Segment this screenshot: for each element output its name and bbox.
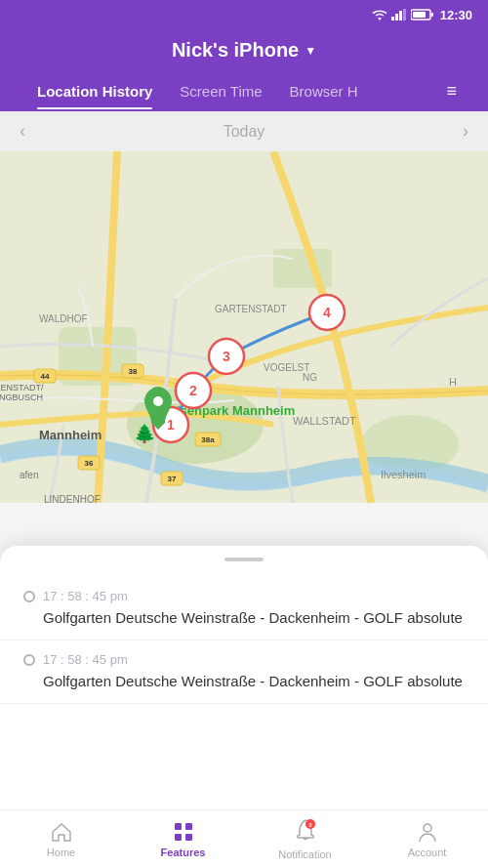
nav-notification[interactable]: 3 Notification	[244, 810, 366, 868]
history-item: 17 : 58 : 45 pm Golfgarten Deutsche Wein…	[0, 641, 488, 704]
history-location-1: Golfgarten Deutsche Weinstraße - Dackenh…	[23, 607, 465, 628]
svg-text:NG: NG	[303, 372, 317, 383]
svg-rect-4	[403, 9, 406, 21]
svg-text:38a: 38a	[201, 435, 215, 444]
svg-text:38: 38	[129, 367, 138, 376]
tab-screen-time[interactable]: Screen Time	[166, 73, 275, 109]
svg-rect-1	[391, 17, 394, 21]
svg-rect-47	[185, 823, 192, 830]
signal-icon	[391, 9, 407, 21]
nav-features[interactable]: Features	[122, 810, 244, 868]
time-dot-icon	[23, 591, 35, 602]
nav-tabs: Location History Screen Time Browser H ≡	[16, 71, 472, 111]
features-icon	[172, 820, 195, 844]
tab-browser-h[interactable]: Browser H	[276, 73, 372, 109]
svg-text:LINDENHOF: LINDENHOF	[44, 494, 101, 503]
nav-features-label: Features	[161, 847, 206, 858]
svg-text:WALLSTADT: WALLSTADT	[293, 415, 356, 427]
svg-text:JUNGBUSCH: JUNGBUSCH	[0, 393, 43, 402]
svg-text:Ilvesheim: Ilvesheim	[381, 469, 426, 480]
bottom-sheet: 17 : 58 : 45 pm Golfgarten Deutsche Wein…	[0, 546, 488, 809]
svg-text:2: 2	[189, 383, 197, 398]
nav-account[interactable]: Account	[366, 810, 488, 868]
svg-text:H: H	[449, 376, 457, 388]
nav-account-label: Account	[408, 847, 447, 858]
time-dot-icon	[23, 654, 35, 666]
svg-text:Mannheim: Mannheim	[39, 428, 102, 442]
svg-rect-2	[395, 14, 398, 21]
wifi-icon	[372, 9, 387, 21]
svg-text:GARTENSTADT: GARTENSTADT	[215, 304, 287, 314]
map-svg: 44 38 38a 36 37 WALDHOF NNENSTADT/ JUNGB…	[0, 151, 488, 503]
next-date-button[interactable]: ›	[463, 121, 468, 142]
date-navigator: ‹ Today ›	[0, 111, 488, 151]
svg-rect-49	[185, 834, 192, 841]
drag-handle	[224, 558, 264, 561]
svg-rect-11	[273, 249, 332, 288]
status-bar: 12:30	[0, 0, 488, 29]
svg-point-45	[153, 396, 163, 406]
svg-point-52	[424, 824, 431, 832]
tab-location-history[interactable]: Location History	[23, 73, 166, 109]
account-icon	[416, 820, 439, 844]
device-title[interactable]: Nick's iPhone ▼	[16, 39, 472, 71]
home-icon	[50, 820, 73, 844]
svg-text:3: 3	[223, 349, 230, 364]
svg-marker-0	[378, 18, 382, 21]
nav-notification-label: Notification	[278, 848, 331, 860]
svg-text:44: 44	[41, 372, 50, 381]
svg-text:4: 4	[323, 305, 331, 320]
svg-text:afen: afen	[20, 470, 38, 480]
nav-home[interactable]: Home	[0, 810, 122, 868]
svg-text:36: 36	[85, 459, 94, 468]
chevron-down-icon: ▼	[305, 44, 316, 58]
prev-date-button[interactable]: ‹	[20, 121, 25, 142]
status-time: 12:30	[440, 8, 472, 22]
bottom-navigation: Home Features 3 Notification Account	[0, 809, 488, 868]
history-time-2: 17 : 58 : 45 pm	[23, 652, 465, 667]
map-container[interactable]: 44 38 38a 36 37 WALDHOF NNENSTADT/ JUNGB…	[0, 151, 488, 503]
svg-rect-46	[175, 823, 182, 830]
menu-icon[interactable]: ≡	[438, 71, 465, 111]
current-date-label: Today	[224, 123, 265, 141]
device-name: Nick's iPhone	[172, 39, 299, 62]
svg-text:WALDHOF: WALDHOF	[39, 313, 88, 324]
history-time-1: 17 : 58 : 45 pm	[23, 589, 465, 603]
app-header: Nick's iPhone ▼ Location History Screen …	[0, 29, 488, 111]
svg-text:37: 37	[168, 475, 177, 483]
svg-rect-6	[431, 13, 433, 17]
svg-rect-7	[413, 12, 426, 18]
notification-icon: 3	[294, 818, 317, 842]
svg-rect-3	[399, 11, 402, 21]
svg-text:NNENSTADT/: NNENSTADT/	[0, 383, 44, 393]
nav-home-label: Home	[47, 847, 75, 858]
history-item: 17 : 58 : 45 pm Golfgarten Deutsche Wein…	[0, 577, 488, 641]
history-location-2: Golfgarten Deutsche Weinstraße - Dackenh…	[23, 671, 465, 691]
status-icons	[372, 9, 434, 21]
battery-icon	[411, 9, 434, 21]
svg-text:1: 1	[167, 417, 175, 433]
svg-rect-48	[175, 834, 182, 841]
